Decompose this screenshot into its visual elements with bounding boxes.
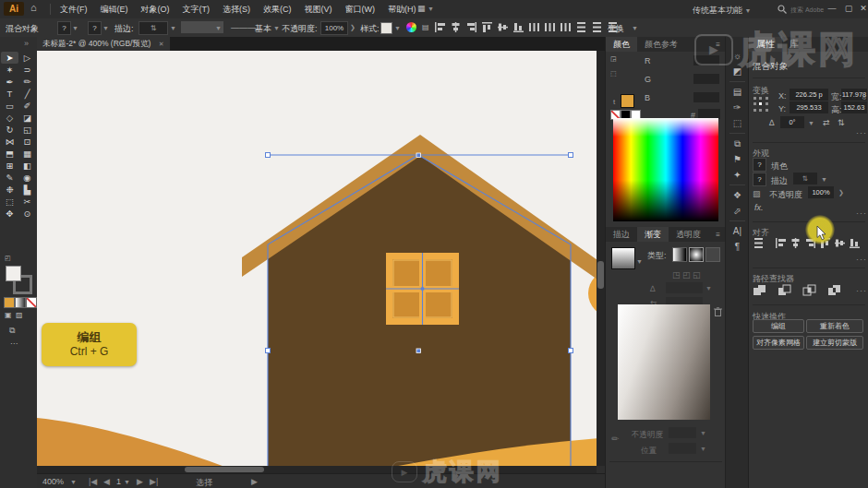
next-artboard-icon[interactable]: ▶ [137, 477, 143, 486]
tab-gradient[interactable]: 渐变 [637, 227, 669, 242]
appearance-opacity-field[interactable]: 100% [808, 186, 834, 198]
flip-horizontal-icon[interactable]: ⇄ [823, 118, 830, 127]
paragraph-panel-icon[interactable]: ¶ [735, 239, 740, 255]
quick-action-button-3[interactable]: 对齐像素网格 [753, 336, 804, 350]
direct-selection-tool[interactable]: ▷ [18, 52, 36, 64]
tab-transparency[interactable]: 透明度 [669, 227, 708, 242]
appearance-panel-icon[interactable]: ❖ [733, 187, 741, 203]
slice-tool[interactable]: ✂ [18, 196, 36, 208]
radial-gradient-type-button[interactable] [689, 247, 704, 262]
menu-item-4[interactable]: 文字(T) [176, 0, 217, 18]
artboard-tool[interactable]: ⬚ [1, 196, 18, 208]
align-dist1-icon[interactable] [528, 21, 542, 33]
flip-vertical-icon[interactable]: ⇅ [838, 118, 845, 127]
hill-left-shape[interactable] [37, 418, 270, 466]
color-picker-icon[interactable]: ⬚ [610, 70, 617, 77]
menu-item-3[interactable]: 对象(O) [135, 0, 176, 18]
eraser-tool[interactable]: ◪ [18, 112, 36, 124]
style-swatch[interactable] [380, 22, 392, 34]
close-button[interactable]: ✕ [856, 0, 868, 18]
search-icon[interactable] [778, 5, 787, 14]
tab-properties[interactable]: 属性 [749, 37, 782, 52]
recolor-artwork-icon[interactable] [406, 22, 416, 32]
blend-tool[interactable]: ◉ [18, 172, 36, 184]
shaper-tool[interactable]: ◇ [1, 112, 18, 124]
appearance-stroke-swatch[interactable]: ? [753, 173, 766, 186]
rotation-dropdown-icon[interactable]: ▼ [808, 120, 814, 126]
align-bottom-icon[interactable] [849, 237, 861, 251]
symbols-panel-icon[interactable]: ▤ [733, 84, 741, 100]
linear-gradient-type-button[interactable] [672, 247, 687, 262]
pathfinder-minus-front-icon[interactable] [778, 284, 791, 298]
gradient-panel-menu-icon[interactable]: ≡ [716, 231, 720, 239]
r-value-field[interactable] [693, 55, 719, 65]
curvature-tool[interactable]: ✏ [18, 76, 36, 88]
paintbrush-tool[interactable]: ✐ [18, 100, 36, 112]
color-spectrum[interactable] [613, 118, 718, 221]
shape-builder-tool[interactable]: ⬒ [1, 148, 18, 160]
symbol-sprayer-tool[interactable]: ❉ [1, 184, 18, 196]
zoom-dropdown-icon[interactable]: ▼ [70, 479, 77, 485]
stock-search-hint[interactable]: 搜索 Adobe Stock [790, 6, 826, 15]
stop-opacity-field[interactable] [669, 427, 696, 438]
prev-artboard-icon[interactable]: ◀ [103, 477, 110, 486]
stop-location-field[interactable] [669, 443, 696, 454]
mesh-tool[interactable]: ⊞ [1, 160, 18, 172]
fill-proxy[interactable] [6, 266, 21, 281]
appearance-more-icon[interactable]: ··· [856, 208, 867, 218]
tab-close-icon[interactable]: ✕ [159, 41, 164, 47]
transform-more-icon[interactable]: ··· [856, 128, 867, 137]
stroke-weight-dd-icon[interactable]: ▼ [821, 176, 827, 183]
toolbar-overflow-icon[interactable]: » [24, 39, 29, 48]
line-segment-tool[interactable]: ╱ [18, 88, 36, 100]
magic-wand-tool[interactable]: ✶ [1, 64, 18, 76]
artboard-number[interactable]: 1 [116, 477, 121, 486]
column-graph-tool[interactable]: ▙ [18, 184, 36, 196]
stroke-style-label[interactable]: 基本 [255, 23, 271, 35]
tab-color[interactable]: 颜色 [606, 37, 637, 52]
align-bottom-icon[interactable] [512, 21, 526, 33]
stroke-style-line[interactable]: ——— [231, 23, 256, 32]
align-dist2-icon[interactable] [591, 21, 605, 33]
maximize-button[interactable]: ▢ [841, 0, 856, 18]
zoom-level-field[interactable]: 400% [42, 477, 64, 486]
first-artboard-icon[interactable]: |◀ [89, 477, 97, 486]
quick-action-button-4[interactable]: 建立剪切蒙版 [806, 336, 863, 350]
tab-stroke[interactable]: 描边 [606, 227, 637, 242]
menu-item-7[interactable]: 视图(V) [298, 0, 339, 18]
document-setup-icon[interactable]: ▤ [422, 23, 429, 31]
opacity-more-icon[interactable]: ❯ [350, 24, 356, 31]
swatches-panel-icon[interactable]: ☼ [733, 48, 741, 64]
b-value-field[interactable] [693, 92, 719, 102]
color-proxy-icon[interactable]: ◲ [610, 55, 617, 63]
pen-tool[interactable]: ✒ [1, 76, 18, 88]
align-panel-icon[interactable]: ⚑ [733, 151, 741, 167]
height-field[interactable]: 152.63 p [841, 101, 867, 113]
menu-item-6[interactable]: 效果(C) [257, 0, 298, 18]
menu-item-8[interactable]: 窗口(W) [339, 0, 382, 18]
menu-item-9[interactable]: 帮助(H) [381, 0, 423, 18]
vertical-scrollbar[interactable] [597, 51, 605, 466]
tab-color-guide[interactable]: 颜色参考 [637, 37, 685, 52]
stroke-weight-dropdown-icon[interactable]: ▼ [170, 25, 176, 31]
appearance-fill-swatch[interactable]: ? [753, 158, 766, 172]
color-mode-button[interactable] [4, 297, 15, 308]
scale-tool[interactable]: ◱ [18, 124, 36, 136]
y-field[interactable]: 295.533 [790, 101, 828, 113]
selection-tool[interactable]: ➤ [1, 52, 18, 64]
canvas-artboard[interactable]: 编组 Ctrl + G [37, 51, 597, 466]
brush-dropdown-icon[interactable]: ▼ [215, 25, 222, 31]
constrain-proportions-icon[interactable]: ∞ [860, 94, 868, 100]
menu-item-5[interactable]: 选择(S) [216, 0, 257, 18]
pathfinder-exclude-icon[interactable] [827, 284, 841, 298]
rotation-field[interactable]: 0° [780, 116, 804, 128]
gradient-mode-button[interactable] [15, 297, 26, 308]
align-right-icon[interactable] [465, 21, 479, 33]
gradient-swatch-dropdown-icon[interactable]: ▼ [636, 258, 643, 265]
fill-color-swatch[interactable]: ? [57, 21, 71, 35]
layers-panel-icon[interactable]: ⧉ [734, 136, 741, 151]
align-dist1-icon[interactable] [544, 21, 558, 33]
align-dist1-icon[interactable] [560, 21, 573, 33]
type-tool[interactable]: T [1, 88, 18, 100]
align-hcenter-icon[interactable] [450, 21, 464, 33]
